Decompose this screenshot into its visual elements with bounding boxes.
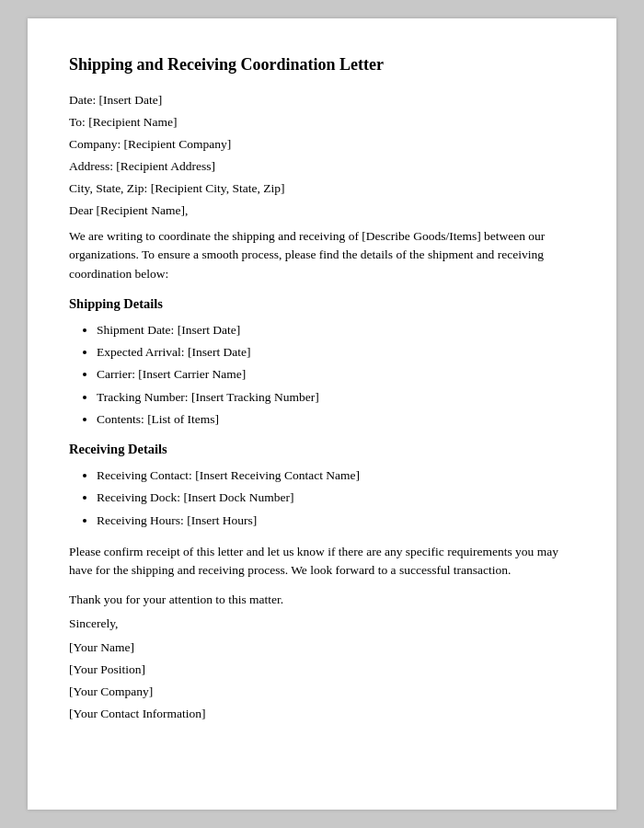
list-item: Shipment Date: [Insert Date] xyxy=(97,321,575,339)
list-item: Receiving Contact: [Insert Receiving Con… xyxy=(97,466,575,485)
company-field: Company: [Recipient Company] xyxy=(69,137,575,152)
city-field: City, State, Zip: [Recipient City, State… xyxy=(69,181,575,196)
receiving-section-heading: Receiving Details xyxy=(69,442,575,457)
closing-text: Sincerely, xyxy=(69,616,575,631)
signature-position: [Your Position] xyxy=(69,662,575,677)
to-field: To: [Recipient Name] xyxy=(69,115,575,130)
date-field: Date: [Insert Date] xyxy=(69,93,575,108)
shipping-section-heading: Shipping Details xyxy=(69,296,575,312)
list-item: Receiving Hours: [Insert Hours] xyxy=(97,512,575,530)
receiving-details-list: Receiving Contact: [Insert Receiving Con… xyxy=(97,466,575,530)
shipping-details-list: Shipment Date: [Insert Date] Expected Ar… xyxy=(97,321,575,429)
signature-contact: [Your Contact Information] xyxy=(69,707,575,721)
document-container: Shipping and Receiving Coordination Lett… xyxy=(28,18,616,810)
signature-company: [Your Company] xyxy=(69,684,575,699)
signature-name: [Your Name] xyxy=(69,640,575,655)
intro-paragraph: We are writing to coordinate the shippin… xyxy=(69,227,575,283)
list-item: Expected Arrival: [Insert Date] xyxy=(97,343,575,362)
list-item: Contents: [List of Items] xyxy=(97,410,575,429)
address-field: Address: [Recipient Address] xyxy=(69,159,575,174)
document-title: Shipping and Receiving Coordination Lett… xyxy=(69,55,575,75)
salutation: Dear [Recipient Name], xyxy=(69,203,575,218)
list-item: Tracking Number: [Insert Tracking Number… xyxy=(97,388,575,407)
thank-you-text: Thank you for your attention to this mat… xyxy=(69,592,575,607)
list-item: Receiving Dock: [Insert Dock Number] xyxy=(97,489,575,507)
confirm-paragraph: Please confirm receipt of this letter an… xyxy=(69,543,575,581)
list-item: Carrier: [Insert Carrier Name] xyxy=(97,365,575,384)
